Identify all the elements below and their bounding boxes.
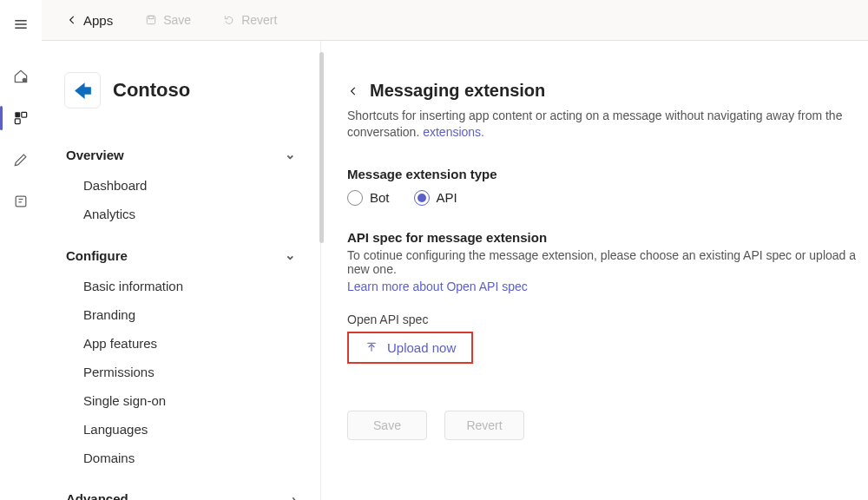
api-spec-title: API spec for message extension xyxy=(347,230,868,245)
svg-rect-6 xyxy=(15,119,20,124)
svg-rect-7 xyxy=(16,196,26,207)
nav-section-advanced[interactable]: Advanced › xyxy=(64,483,298,500)
radio-api-label: API xyxy=(437,190,457,205)
svg-rect-5 xyxy=(22,112,27,117)
radio-bot-label: Bot xyxy=(370,190,390,205)
upload-now-button[interactable]: Upload now xyxy=(347,332,473,364)
top-save-button[interactable]: Save xyxy=(144,13,191,27)
svg-rect-10 xyxy=(148,16,155,23)
app-title: Contoso xyxy=(113,79,190,102)
nav-section-overview[interactable]: Overview ⌄ xyxy=(64,138,298,171)
svg-point-3 xyxy=(23,78,27,82)
chevron-left-icon xyxy=(66,14,78,26)
top-save-label: Save xyxy=(163,13,191,27)
detail-panel: Messaging extension Shortcuts for insert… xyxy=(321,41,868,500)
upload-icon xyxy=(365,340,378,354)
nav-item-branding[interactable]: Branding xyxy=(64,300,298,329)
arrow-logo-icon xyxy=(72,80,94,102)
config-panel: Contoso Overview ⌄ Dashboard Analytics C… xyxy=(42,41,321,500)
open-api-label: Open API spec xyxy=(347,312,868,326)
chevron-down-icon: ⌄ xyxy=(285,147,296,162)
rail-apps[interactable] xyxy=(0,97,42,139)
app-logo xyxy=(64,72,101,109)
form-icon xyxy=(12,193,30,210)
rail-form[interactable] xyxy=(0,181,42,222)
breadcrumb-back[interactable]: Apps xyxy=(66,13,113,28)
radio-icon xyxy=(414,190,430,206)
revert-button-label: Revert xyxy=(466,418,502,432)
save-icon xyxy=(144,13,158,27)
hamburger-icon xyxy=(12,16,30,33)
nav-item-permissions[interactable]: Permissions xyxy=(64,358,298,386)
page-description: Shortcuts for inserting app content or a… xyxy=(347,108,868,141)
chevron-left-icon[interactable] xyxy=(347,85,359,97)
save-button[interactable]: Save xyxy=(347,411,427,440)
ext-type-radio-group: Bot API xyxy=(347,190,868,206)
radio-icon xyxy=(347,190,363,206)
nav-section-label: Advanced xyxy=(66,491,128,500)
rail-edit[interactable] xyxy=(0,139,42,181)
chevron-right-icon: › xyxy=(292,491,296,500)
apps-icon xyxy=(12,109,30,127)
page-description-text: Shortcuts for inserting app content or a… xyxy=(347,109,842,139)
top-revert-label: Revert xyxy=(241,13,277,27)
extensions-link[interactable]: extensions. xyxy=(423,125,484,139)
left-rail xyxy=(0,0,42,500)
svg-rect-4 xyxy=(15,112,20,117)
svg-rect-11 xyxy=(149,16,154,18)
nav-item-languages[interactable]: Languages xyxy=(64,415,298,444)
nav-section-label: Configure xyxy=(66,248,128,263)
breadcrumb-label: Apps xyxy=(83,13,113,28)
nav-section-label: Overview xyxy=(66,148,124,162)
hamburger-button[interactable] xyxy=(0,3,42,45)
nav-item-dashboard[interactable]: Dashboard xyxy=(64,171,298,200)
upload-now-label: Upload now xyxy=(387,340,456,355)
rail-home[interactable] xyxy=(0,56,42,97)
page-title: Messaging extension xyxy=(370,81,545,101)
revert-icon xyxy=(222,13,236,27)
chevron-down-icon: ⌄ xyxy=(285,247,296,263)
home-icon xyxy=(12,68,30,85)
revert-button[interactable]: Revert xyxy=(444,411,524,440)
nav-item-analytics[interactable]: Analytics xyxy=(64,200,298,228)
nav-section-configure[interactable]: Configure ⌄ xyxy=(64,239,298,272)
nav-item-domains[interactable]: Domains xyxy=(64,444,298,472)
ext-type-label: Message extension type xyxy=(347,167,868,181)
top-revert-button[interactable]: Revert xyxy=(222,13,277,27)
top-bar: Apps Save Revert xyxy=(42,0,868,41)
app-header: Contoso xyxy=(64,72,298,109)
radio-bot[interactable]: Bot xyxy=(347,190,390,206)
nav-item-basic-information[interactable]: Basic information xyxy=(64,272,298,300)
save-button-label: Save xyxy=(373,418,401,432)
api-spec-learn-more-link[interactable]: Learn more about Open API spec xyxy=(347,280,528,293)
nav-item-single-sign-on[interactable]: Single sign-on xyxy=(64,386,298,415)
pencil-icon xyxy=(12,151,30,168)
api-spec-help: To cotinue configuring the message exten… xyxy=(347,248,868,276)
action-row: Save Revert xyxy=(347,411,868,440)
radio-api[interactable]: API xyxy=(414,190,457,206)
nav-item-app-features[interactable]: App features xyxy=(64,329,298,358)
